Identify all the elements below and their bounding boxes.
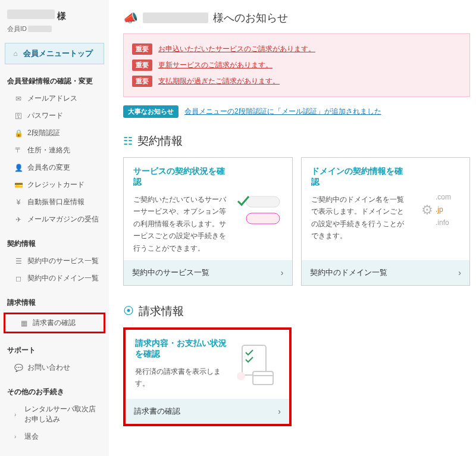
alert-row: 重要 お申込いただいたサービスのご請求があります。	[132, 41, 461, 57]
sidebar: 様 会員ID ⌂ 会員メニュートップ 会員登録情報の確認・変更 ✉メールアドレス…	[0, 0, 109, 456]
main-content: 📣 様へのお知らせ 重要 お申込いただいたサービスのご請求があります。 重要 更…	[109, 0, 476, 456]
badge-important: 重要	[132, 76, 152, 87]
nav-item-contact[interactable]: 💬お問い合わせ	[0, 359, 109, 376]
card-billing-status: 請求内容・お支払い状況を確認 発行済の請求書を表示します。 請求書の確認 ›	[123, 327, 292, 426]
alert-row: 重要 更新サービスのご請求があります。	[132, 57, 461, 73]
card-title: サービスの契約状況を確認	[133, 166, 230, 188]
home-icon: ⌂	[11, 49, 20, 58]
nav-heading-other: その他のお手続き	[0, 381, 109, 401]
chevron-icon: ›	[14, 411, 16, 418]
nav-heading-billing: 請求情報	[0, 292, 109, 311]
user-id-label: 会員ID	[7, 24, 27, 33]
section-title-billing: 請求情報	[139, 304, 184, 319]
alert-box: 重要 お申込いただいたサービスのご請求があります。 重要 更新サービスのご請求が…	[123, 33, 470, 97]
contract-cards: サービスの契約状況を確認 ご契約いただいているサーバーサービスや、オプション等の…	[123, 157, 470, 286]
card-footer-services[interactable]: 契約中のサービス一覧 ›	[124, 260, 292, 285]
domain-graphic: ⚙ .com .jp .info	[412, 166, 460, 254]
badge-important: 重要	[132, 43, 152, 55]
notice-header-suffix: 様へのお知らせ	[213, 11, 288, 25]
service-graphic	[235, 166, 283, 254]
badge-important: 重要	[132, 60, 152, 71]
nav-item-domains[interactable]: ◻契約中のドメイン一覧	[0, 270, 109, 287]
nav-item-bank[interactable]: ¥自動振替口座情報	[0, 193, 109, 211]
domain-tag-jp: .jp	[436, 204, 451, 217]
alert-link-1[interactable]: お申込いただいたサービスのご請求があります。	[158, 44, 315, 54]
nav-item-creditcard[interactable]: 💳クレジットカード	[0, 176, 109, 193]
billing-cards: 請求内容・お支払い状況を確認 発行済の請求書を表示します。 請求書の確認 ›	[123, 327, 470, 426]
section-header-billing: ⦿ 請求情報	[123, 304, 470, 319]
card-title: ドメインの契約情報を確認	[311, 166, 408, 188]
notice-name-redacted	[143, 13, 208, 23]
chat-icon: 💬	[14, 364, 23, 372]
info-row: 大事なお知らせ 会員メニューの2段階認証に「メール認証」が追加されました	[123, 105, 470, 118]
card-desc: ご契約いただいているサーバーサービスや、オプション等の利用情報を表示します。サー…	[133, 193, 230, 254]
yen-icon: ¥	[14, 198, 23, 207]
card-desc: ご契約中のドメイン名を一覧で表示します。ドメインごとの設定や手続きを行うことがで…	[311, 193, 408, 242]
card-footer-label: 契約中のサービス一覧	[132, 267, 209, 278]
send-icon: ✈	[14, 215, 23, 224]
alert-row: 重要 支払期限が過ぎたご請求があります。	[132, 73, 461, 89]
card-icon: 💳	[14, 181, 23, 189]
person-icon: 👤	[14, 164, 23, 172]
svg-point-5	[237, 372, 245, 380]
nav-top-button[interactable]: ⌂ 会員メニュートップ	[5, 43, 104, 64]
card-footer-invoice[interactable]: 請求書の確認 ›	[126, 399, 289, 424]
card-footer-label: 請求書の確認	[134, 406, 180, 417]
badge-info: 大事なお知らせ	[123, 105, 178, 118]
chevron-icon: ›	[14, 433, 16, 440]
section-header-contract: ☷ 契約情報	[123, 133, 470, 149]
nav-heading-registration: 会員登録情報の確認・変更	[0, 70, 109, 90]
info-link[interactable]: 会員メニューの2段階認証に「メール認証」が追加されました	[184, 107, 381, 117]
nav-billing-highlight: ▦請求書の確認	[4, 313, 105, 333]
alert-link-3[interactable]: 支払期限が過ぎたご請求があります。	[158, 76, 280, 86]
mail-icon: ✉	[14, 95, 23, 103]
user-id-redacted	[28, 26, 52, 32]
contract-section-icon: ☷	[123, 135, 133, 148]
notice-header: 📣 様へのお知らせ	[123, 11, 470, 25]
user-name-redacted	[7, 10, 55, 19]
key-icon: ⚿	[14, 112, 23, 120]
invoice-graphic	[232, 338, 280, 393]
invoice-icon: ▦	[20, 319, 28, 327]
user-honorific: 様	[57, 11, 66, 22]
list-icon: ☰	[14, 257, 23, 266]
nav-item-services[interactable]: ☰契約中のサービス一覧	[0, 252, 109, 270]
billing-section-icon: ⦿	[123, 305, 134, 317]
address-icon: 〒	[14, 145, 23, 155]
chevron-right-icon: ›	[281, 268, 284, 277]
card-domain-status: ドメインの契約情報を確認 ご契約中のドメイン名を一覧で表示します。ドメインごとの…	[301, 157, 471, 286]
svg-rect-1	[246, 213, 280, 224]
alert-link-2[interactable]: 更新サービスのご請求があります。	[158, 60, 273, 70]
nav-item-email[interactable]: ✉メールアドレス	[0, 90, 109, 107]
nav-top-label: 会員メニュートップ	[23, 48, 93, 59]
megaphone-icon: 📣	[123, 11, 138, 25]
card-footer-label: 契約中のドメイン一覧	[310, 267, 387, 278]
card-title: 請求内容・お支払い状況を確認	[135, 338, 227, 360]
nav-item-address[interactable]: 〒住所・連絡先	[0, 142, 109, 159]
nav-item-reseller[interactable]: ›レンタルサーバ取次店お申し込み	[0, 401, 109, 428]
nav-item-2fa[interactable]: 🔒2段階認証	[0, 124, 109, 142]
card-footer-domains[interactable]: 契約中のドメイン一覧 ›	[302, 260, 470, 285]
nav-item-withdraw[interactable]: ›退会	[0, 428, 109, 445]
domain-tag-info: .info	[436, 217, 451, 230]
user-info: 様 会員ID	[0, 6, 109, 39]
domain-tag-com: .com	[436, 191, 451, 204]
chevron-right-icon: ›	[278, 407, 281, 416]
card-desc: 発行済の請求書を表示します。	[135, 366, 227, 390]
section-title-contract: 契約情報	[137, 133, 183, 149]
nav-item-invoice[interactable]: ▦請求書の確認	[5, 314, 104, 332]
svg-rect-3	[253, 371, 273, 385]
nav-item-password[interactable]: ⚿パスワード	[0, 107, 109, 124]
chevron-right-icon: ›	[458, 268, 461, 277]
gear-icon: ⚙	[421, 202, 433, 218]
nav-heading-support: サポート	[0, 339, 109, 359]
nav-item-name[interactable]: 👤会員名の変更	[0, 159, 109, 176]
nav-item-mailmag[interactable]: ✈メールマガジンの受信	[0, 211, 109, 228]
window-icon: ◻	[14, 274, 23, 283]
card-service-status: サービスの契約状況を確認 ご契約いただいているサーバーサービスや、オプション等の…	[123, 157, 293, 286]
nav-heading-contract: 契約情報	[0, 233, 109, 252]
lock-icon: 🔒	[14, 129, 23, 138]
svg-rect-0	[246, 196, 280, 207]
